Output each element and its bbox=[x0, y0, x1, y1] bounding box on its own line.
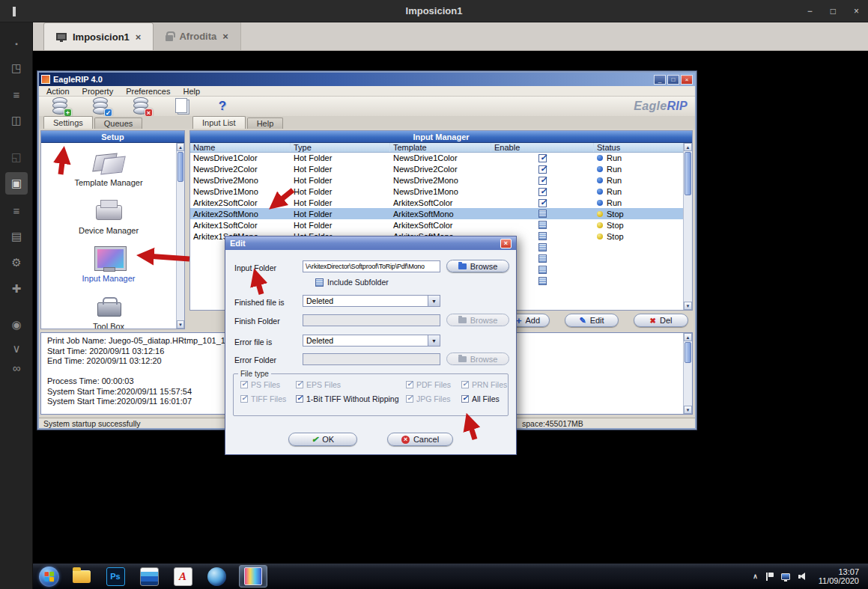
fullscreen-icon[interactable]: ◳ bbox=[5, 57, 28, 79]
menu-item[interactable]: Property bbox=[82, 87, 114, 96]
edit-button[interactable]: Edit bbox=[565, 314, 619, 327]
del-button[interactable]: Del bbox=[634, 314, 688, 327]
file-explorer-icon[interactable] bbox=[70, 565, 93, 588]
menu-icon[interactable]: ≡ bbox=[5, 83, 28, 106]
pdf-reader-icon[interactable] bbox=[172, 565, 194, 588]
app-close-button[interactable]: × bbox=[681, 75, 693, 85]
file-type-checkbox[interactable] bbox=[296, 395, 303, 403]
panel-tab[interactable]: Input List bbox=[192, 116, 246, 129]
ok-button[interactable]: OK bbox=[288, 433, 357, 446]
app-minimize-button[interactable]: _ bbox=[654, 75, 666, 85]
table-row[interactable]: NewsDrive2Mono Hot Folder NewsDrive2Mono… bbox=[190, 175, 683, 186]
scroll-thumb[interactable] bbox=[685, 152, 691, 195]
file-type-checkbox[interactable] bbox=[406, 395, 413, 403]
eaglerip-taskbar-button[interactable] bbox=[239, 565, 267, 588]
enable-checkbox[interactable] bbox=[538, 243, 547, 251]
scroll-down-icon[interactable] bbox=[177, 320, 184, 329]
cancel-button[interactable]: Cancel bbox=[387, 433, 453, 446]
screenshot-icon[interactable]: ▣ bbox=[5, 172, 28, 195]
error-file-select[interactable]: Deleted bbox=[303, 335, 440, 347]
file-type-checkbox[interactable] bbox=[296, 381, 303, 388]
tab-close-icon[interactable]: × bbox=[222, 31, 228, 42]
maximize-icon[interactable]: □ bbox=[831, 6, 836, 16]
viewer-titlebar[interactable]: Imposicion1 − □ × bbox=[0, 0, 868, 22]
tools-icon[interactable]: ✚ bbox=[5, 278, 28, 300]
include-subfolder-checkbox[interactable] bbox=[315, 278, 324, 287]
scroll-down-icon[interactable] bbox=[684, 302, 692, 310]
taskbar-clock[interactable]: 13:07 11/09/2020 bbox=[819, 567, 862, 585]
image-viewer-icon[interactable] bbox=[138, 565, 160, 588]
app-maximize-button[interactable]: □ bbox=[667, 75, 679, 85]
setup-scrollbar[interactable] bbox=[176, 143, 184, 329]
file-type-option[interactable]: PRN Files bbox=[461, 380, 508, 389]
table-scrollbar[interactable] bbox=[683, 143, 692, 310]
include-subfolder-option[interactable]: Include Subfolder bbox=[315, 278, 389, 287]
input-folder-browse-button[interactable]: Browse bbox=[446, 260, 509, 272]
nav-tab[interactable]: Queues bbox=[94, 118, 143, 129]
file-type-option[interactable]: TIFF Files bbox=[240, 394, 293, 403]
enable-checkbox[interactable] bbox=[538, 210, 547, 218]
menu-item[interactable]: Help bbox=[183, 87, 200, 96]
delete-input-icon[interactable]: × bbox=[132, 97, 151, 116]
minimize-icon[interactable]: − bbox=[807, 6, 813, 16]
volume-icon[interactable] bbox=[798, 573, 808, 581]
enable-checkbox[interactable] bbox=[538, 199, 547, 207]
scroll-thumb[interactable] bbox=[177, 152, 183, 182]
enable-checkbox[interactable] bbox=[538, 188, 547, 196]
start-input-icon[interactable]: ✓ bbox=[91, 97, 111, 116]
start-button[interactable] bbox=[39, 567, 59, 587]
viewer-tab[interactable]: Imposicion1 × bbox=[43, 22, 154, 50]
column-header[interactable]: Name bbox=[190, 143, 291, 152]
photoshop-icon[interactable]: Ps bbox=[104, 565, 127, 588]
enable-checkbox[interactable] bbox=[538, 232, 547, 240]
input-folder-field[interactable]: \ArkitexDirector\Softproof\ToRip\Pdf\Mon… bbox=[303, 260, 440, 272]
enable-checkbox[interactable] bbox=[538, 221, 547, 229]
network-icon[interactable] bbox=[781, 573, 790, 580]
window-mode-icon[interactable]: ◫ bbox=[5, 109, 28, 132]
browser-icon[interactable] bbox=[205, 565, 228, 588]
log-scrollbar[interactable] bbox=[683, 333, 692, 414]
file-type-checkbox[interactable] bbox=[240, 381, 248, 388]
column-header[interactable]: Type bbox=[291, 143, 390, 152]
enable-checkbox[interactable] bbox=[538, 266, 547, 274]
scroll-up-icon[interactable] bbox=[177, 143, 184, 151]
file-type-option[interactable]: PDF Files bbox=[406, 380, 458, 389]
template-doc-icon[interactable] bbox=[172, 97, 192, 116]
file-type-checkbox[interactable] bbox=[240, 395, 248, 403]
scroll-thumb[interactable] bbox=[685, 342, 691, 363]
column-header[interactable]: Enable bbox=[491, 143, 594, 152]
file-type-option[interactable]: PS Files bbox=[240, 380, 293, 389]
keyboard-icon[interactable]: ▤ bbox=[5, 225, 28, 248]
table-row[interactable]: Arkitex2SoftColor Hot Folder ArkitexSoft… bbox=[190, 198, 683, 209]
setup-item[interactable]: Device Manager bbox=[79, 197, 139, 235]
scroll-down-icon[interactable] bbox=[684, 406, 692, 414]
tab-close-icon[interactable]: × bbox=[136, 31, 142, 43]
file-type-checkbox[interactable] bbox=[406, 381, 413, 388]
dialog-close-button[interactable]: × bbox=[500, 239, 512, 248]
scroll-up-icon[interactable] bbox=[684, 333, 692, 341]
table-row[interactable]: NewsDrive2Color Hot Folder NewsDrive2Col… bbox=[190, 164, 683, 175]
file-type-option[interactable]: EPS Files bbox=[296, 380, 403, 389]
record-icon[interactable]: ◉ bbox=[5, 314, 28, 336]
table-row[interactable]: NewsDrive1Color Hot Folder NewsDrive1Col… bbox=[190, 153, 683, 164]
enable-checkbox[interactable] bbox=[538, 277, 547, 285]
table-row[interactable]: NewsDrive1Mono Hot Folder NewsDrive1Mono… bbox=[190, 186, 683, 198]
enable-checkbox[interactable] bbox=[538, 165, 547, 174]
file-type-option[interactable]: 1-Bit TIFF Without Ripping bbox=[296, 394, 403, 403]
new-input-icon[interactable]: + bbox=[51, 97, 70, 116]
table-row[interactable]: Arkitex2SoftMono Hot Folder ArkitexSoftM… bbox=[190, 208, 683, 219]
finished-file-select[interactable]: Deleted bbox=[303, 295, 440, 307]
column-header[interactable]: Status bbox=[594, 143, 685, 152]
settings-icon[interactable]: ⚙ bbox=[5, 251, 28, 274]
panel-tab[interactable]: Help bbox=[247, 118, 284, 129]
connection-icon[interactable]: ∞ bbox=[5, 356, 28, 379]
table-row[interactable]: Arkitex1SoftColor Hot Folder ArkitexSoft… bbox=[190, 219, 683, 231]
setup-item[interactable]: Input Manager bbox=[82, 245, 136, 283]
enable-checkbox[interactable] bbox=[538, 177, 547, 185]
scroll-up-icon[interactable] bbox=[684, 143, 692, 151]
viewer-tab[interactable]: Afrodita × bbox=[154, 22, 240, 50]
file-type-checkbox[interactable] bbox=[461, 395, 469, 403]
eaglerip-titlebar[interactable]: EagleRIP 4.0 _ □ × bbox=[39, 73, 695, 86]
scale-icon[interactable]: ◱ bbox=[5, 146, 28, 168]
setup-item[interactable]: Tool Box bbox=[91, 293, 126, 329]
